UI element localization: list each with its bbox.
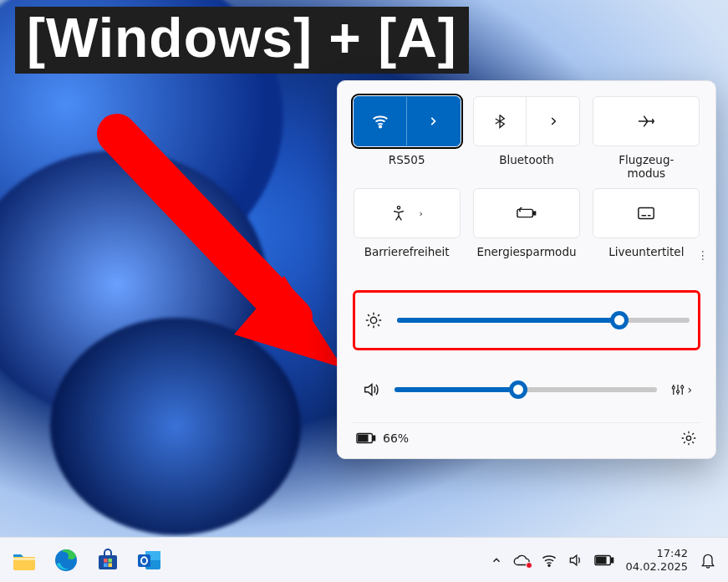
live-captions-label: Liveuntertitel bbox=[608, 245, 684, 272]
brightness-icon bbox=[364, 311, 384, 329]
bluetooth-expand-button[interactable] bbox=[527, 97, 579, 146]
taskbar-system-tray: 17:42 04.02.2025 bbox=[491, 547, 716, 573]
svg-rect-5 bbox=[639, 208, 654, 219]
outlook-button[interactable] bbox=[130, 541, 169, 579]
brightness-slider-thumb[interactable] bbox=[610, 311, 629, 329]
svg-point-8 bbox=[370, 318, 376, 324]
taskbar-pinned-apps bbox=[5, 541, 169, 579]
svg-rect-21 bbox=[99, 555, 117, 569]
airplane-mode-label: Flugzeug- modus bbox=[619, 153, 674, 180]
settings-button[interactable] bbox=[680, 430, 697, 447]
volume-slider-row: › bbox=[353, 369, 700, 411]
bluetooth-icon-button[interactable] bbox=[474, 97, 527, 146]
battery-saver-tile: Energiesparmodu bbox=[472, 188, 580, 272]
svg-rect-19 bbox=[13, 558, 35, 560]
speaker-icon bbox=[568, 553, 584, 568]
bluetooth-toggle-button[interactable] bbox=[473, 96, 580, 146]
clock-time: 17:42 bbox=[626, 547, 688, 560]
airplane-icon bbox=[637, 112, 655, 130]
microsoft-store-button[interactable] bbox=[89, 541, 127, 579]
chevron-up-icon bbox=[491, 554, 502, 566]
clock-date: 04.02.2025 bbox=[626, 560, 688, 574]
chevron-right-icon: › bbox=[687, 383, 692, 396]
svg-rect-33 bbox=[611, 558, 613, 563]
quick-settings-footer: 66% bbox=[353, 422, 700, 448]
keyboard-shortcut-overlay: [Windows] + [A] bbox=[15, 7, 469, 74]
battery-icon bbox=[356, 432, 376, 444]
svg-rect-22 bbox=[104, 559, 108, 563]
live-captions-button[interactable] bbox=[593, 188, 700, 238]
notifications-button[interactable] bbox=[700, 551, 716, 569]
edge-icon bbox=[53, 548, 79, 573]
svg-point-14 bbox=[681, 386, 684, 389]
bluetooth-tile: Bluetooth bbox=[472, 96, 580, 180]
brightness-slider-row bbox=[353, 290, 700, 350]
battery-status-button[interactable]: 66% bbox=[356, 431, 409, 445]
svg-rect-16 bbox=[359, 436, 368, 442]
battery-saver-icon bbox=[517, 205, 537, 222]
svg-point-1 bbox=[379, 125, 381, 127]
sync-error-badge bbox=[526, 562, 532, 569]
svg-point-10 bbox=[673, 387, 675, 390]
file-explorer-icon bbox=[12, 549, 37, 571]
svg-rect-32 bbox=[596, 557, 605, 563]
brightness-slider[interactable] bbox=[397, 318, 690, 323]
svg-rect-17 bbox=[373, 436, 374, 442]
svg-point-12 bbox=[677, 391, 680, 393]
network-tray-button[interactable] bbox=[541, 553, 557, 568]
volume-slider[interactable] bbox=[395, 387, 657, 392]
volume-tray-button[interactable] bbox=[568, 553, 584, 568]
battery-icon bbox=[594, 554, 614, 566]
svg-point-30 bbox=[548, 564, 550, 566]
chevron-right-icon bbox=[427, 115, 439, 127]
captions-icon bbox=[637, 206, 655, 221]
battery-saver-button[interactable] bbox=[473, 188, 580, 238]
chevron-right-icon: › bbox=[419, 208, 422, 219]
live-captions-tile: Liveuntertitel bbox=[593, 188, 700, 272]
accessibility-tile: › Barrierefreiheit bbox=[353, 188, 461, 272]
battery-percent: 66% bbox=[383, 431, 409, 445]
battery-saver-label: Energiesparmodu bbox=[476, 245, 576, 272]
edge-button[interactable] bbox=[47, 541, 85, 579]
svg-rect-24 bbox=[104, 563, 108, 567]
volume-icon bbox=[361, 380, 381, 399]
wifi-expand-button[interactable] bbox=[407, 97, 460, 146]
wifi-tile: RS505 bbox=[353, 96, 461, 180]
onedrive-tray-button[interactable] bbox=[512, 554, 531, 567]
svg-rect-4 bbox=[533, 212, 535, 216]
bell-icon bbox=[700, 551, 716, 569]
chevron-right-icon bbox=[547, 115, 559, 127]
battery-tray-button[interactable] bbox=[594, 554, 614, 566]
wifi-icon bbox=[541, 553, 557, 568]
wifi-toggle-button[interactable] bbox=[354, 96, 461, 146]
svg-point-18 bbox=[686, 436, 690, 441]
airplane-mode-tile: Flugzeug- modus bbox=[593, 96, 700, 180]
wifi-icon-button[interactable] bbox=[354, 97, 408, 146]
wifi-icon bbox=[371, 112, 389, 130]
accessibility-label: Barrierefreiheit bbox=[364, 245, 450, 272]
audio-output-button[interactable]: › bbox=[670, 383, 692, 396]
accessibility-button[interactable]: › bbox=[354, 188, 461, 238]
bluetooth-icon bbox=[492, 112, 507, 130]
volume-slider-thumb[interactable] bbox=[509, 380, 527, 399]
airplane-mode-button[interactable] bbox=[593, 96, 700, 146]
quick-settings-panel: RS505 Bluetooth F bbox=[337, 80, 716, 459]
wifi-label: RS505 bbox=[389, 153, 425, 180]
file-explorer-button[interactable] bbox=[5, 541, 43, 579]
clock-button[interactable]: 17:42 04.02.2025 bbox=[626, 547, 688, 573]
svg-rect-28 bbox=[138, 554, 150, 567]
tray-overflow-button[interactable] bbox=[491, 554, 502, 566]
edit-quick-settings-button[interactable]: ⋮ bbox=[697, 248, 710, 262]
mixer-icon bbox=[670, 383, 685, 396]
accessibility-icon bbox=[390, 205, 407, 222]
svg-point-2 bbox=[398, 207, 400, 209]
bluetooth-label: Bluetooth bbox=[499, 153, 554, 180]
outlook-icon bbox=[137, 549, 162, 572]
taskbar: 17:42 04.02.2025 bbox=[0, 537, 728, 582]
svg-rect-25 bbox=[109, 563, 113, 567]
svg-rect-23 bbox=[109, 559, 113, 563]
quick-settings-tiles: RS505 Bluetooth F bbox=[353, 96, 700, 272]
store-icon bbox=[96, 549, 120, 572]
gear-icon bbox=[680, 430, 697, 447]
